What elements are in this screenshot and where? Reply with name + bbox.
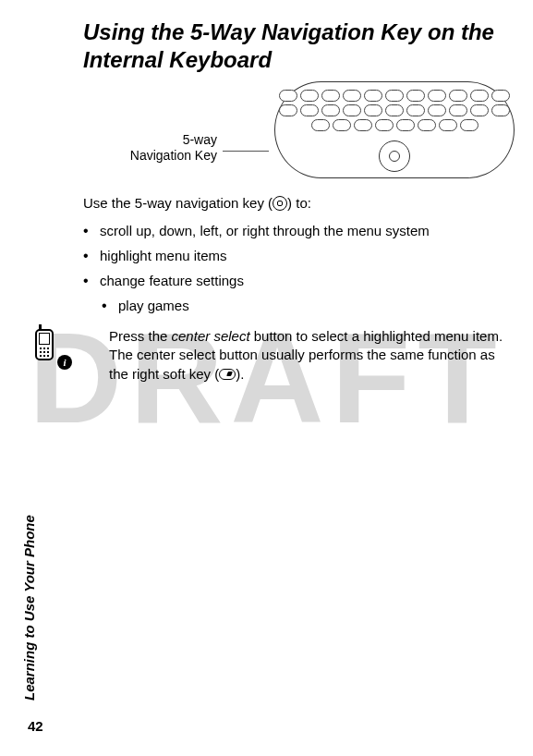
intro-text: Use the 5-way navigation key () to: bbox=[83, 195, 515, 211]
tip-italic: center select bbox=[172, 328, 250, 344]
nav-key-icon bbox=[379, 140, 410, 172]
tip-after: ). bbox=[236, 366, 244, 382]
list-item: change feature settings bbox=[83, 268, 515, 293]
nav-key-glyph-icon bbox=[273, 196, 287, 211]
intro-before: Use the 5-way navigation key ( bbox=[83, 195, 273, 211]
page-heading: Using the 5-Way Navigation Key on the In… bbox=[83, 18, 515, 74]
diagram-label-line2: Navigation Key bbox=[130, 148, 217, 163]
phone-tip-icon: i bbox=[35, 329, 68, 366]
page-content: Using the 5-Way Navigation Key on the In… bbox=[0, 0, 533, 384]
list-item: highlight menu items bbox=[83, 243, 515, 268]
tip-before: Press the bbox=[109, 328, 172, 344]
intro-after: ) to: bbox=[287, 195, 311, 211]
keypad-illustration bbox=[274, 81, 515, 178]
list-item: play games bbox=[102, 293, 515, 318]
softkey-icon bbox=[219, 369, 236, 380]
info-badge-icon: i bbox=[57, 355, 72, 370]
diagram-label-line1: 5-way bbox=[183, 132, 217, 147]
leader-line bbox=[223, 151, 269, 152]
tip-paragraph: Press the center select button to select… bbox=[83, 327, 515, 384]
list-item: scroll up, down, left, or right through … bbox=[83, 218, 515, 243]
diagram-label: 5-way Navigation Key bbox=[130, 132, 217, 162]
section-side-label: Learning to Use Your Phone bbox=[21, 515, 37, 701]
keypad-diagram: 5-way Navigation Key bbox=[83, 81, 515, 178]
bullet-list: scroll up, down, left, or right through … bbox=[83, 218, 515, 318]
page-number: 42 bbox=[28, 718, 43, 734]
